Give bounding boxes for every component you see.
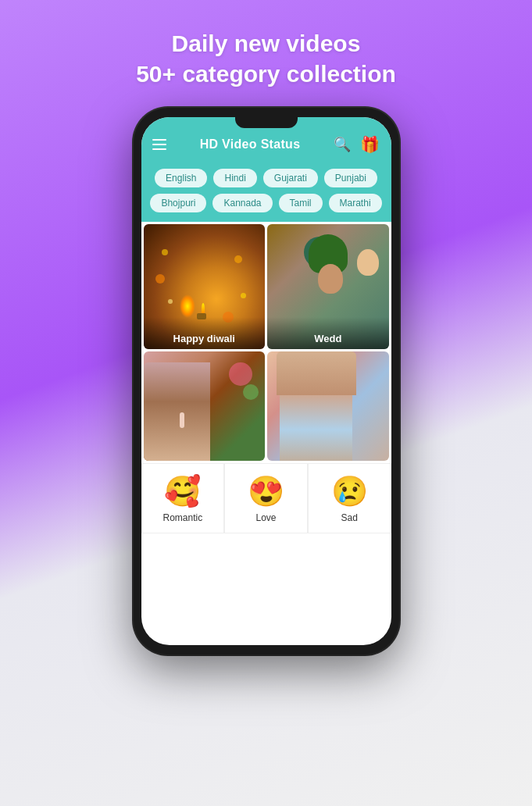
chip-gujarati[interactable]: Gujarati <box>263 169 318 187</box>
phone-screen: HD Video Status 🔍 🎁 English Hindi Gujara… <box>141 117 391 645</box>
promo-line2: 50+ category collection <box>136 59 396 89</box>
promo-line1: Daily new videos <box>136 28 396 59</box>
emoji-card-romantic[interactable]: 🥰 Romantic <box>141 463 225 533</box>
video-grid-top: Happy diwali Wedd <box>141 222 391 351</box>
emoji-categories: 🥰 Romantic 😍 Love 😢 Sad <box>141 463 391 533</box>
chip-punjabi[interactable]: Punjabi <box>324 169 377 187</box>
chip-hindi[interactable]: Hindi <box>213 169 256 187</box>
app-bar-actions: 🔍 🎁 <box>334 135 380 154</box>
chip-kannada[interactable]: Kannada <box>212 194 272 212</box>
chip-marathi[interactable]: Marathi <box>329 194 382 212</box>
video-card-diwali[interactable]: Happy diwali <box>144 224 266 349</box>
phone-body: HD Video Status 🔍 🎁 English Hindi Gujara… <box>134 108 399 654</box>
chip-english[interactable]: English <box>155 169 207 187</box>
hamburger-menu[interactable] <box>152 139 166 150</box>
promo-header: Daily new videos 50+ category collection <box>105 0 427 108</box>
search-icon[interactable]: 🔍 <box>334 136 351 153</box>
phone-mockup: HD Video Status 🔍 🎁 English Hindi Gujara… <box>134 108 399 654</box>
language-row-2: Bhojpuri Kannada Tamil Marathi <box>149 194 384 212</box>
video-label-wedding: Wedd <box>267 317 389 349</box>
video-grid-bottom <box>141 351 391 463</box>
romantic-label: Romantic <box>162 512 202 523</box>
gift-icon[interactable]: 🎁 <box>360 135 380 154</box>
video-card-wedding[interactable]: Wedd <box>267 224 389 349</box>
emoji-card-love[interactable]: 😍 Love <box>224 463 308 533</box>
video-card-girl1[interactable] <box>144 351 266 461</box>
chip-bhojpuri[interactable]: Bhojpuri <box>150 194 206 212</box>
language-filter: English Hindi Gujarati Punjabi Bhojpuri … <box>141 162 391 222</box>
video-card-girl2[interactable] <box>267 351 389 461</box>
sad-emoji: 😢 <box>331 476 368 506</box>
romantic-emoji: 🥰 <box>164 476 201 506</box>
phone-notch <box>235 117 298 128</box>
love-label: Love <box>255 512 276 523</box>
video-label-diwali: Happy diwali <box>144 317 266 349</box>
emoji-card-sad[interactable]: 😢 Sad <box>308 463 391 533</box>
language-row-1: English Hindi Gujarati Punjabi <box>149 169 384 187</box>
chip-tamil[interactable]: Tamil <box>279 194 323 212</box>
love-emoji: 😍 <box>248 476 284 506</box>
sad-label: Sad <box>341 512 358 523</box>
app-title: HD Video Status <box>200 137 301 152</box>
